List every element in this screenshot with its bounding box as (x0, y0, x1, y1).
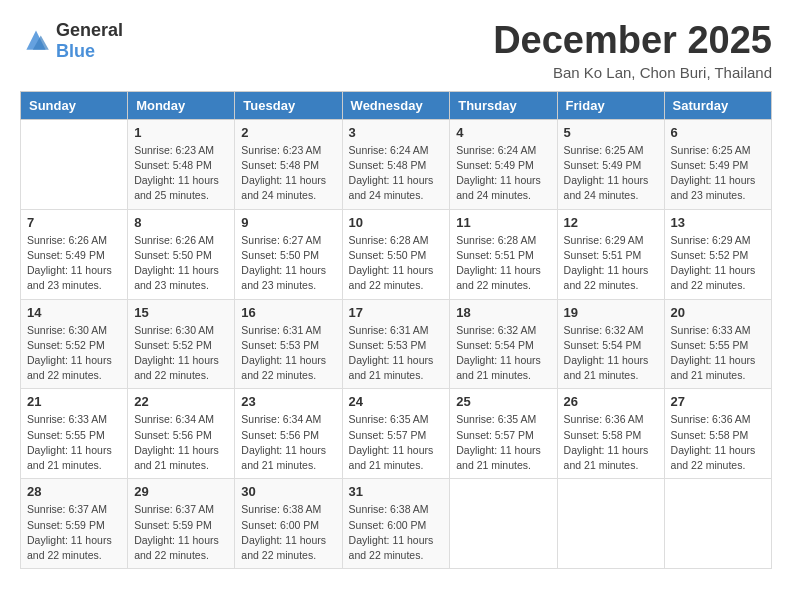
day-number: 21 (27, 394, 121, 409)
cell-content: Sunrise: 6:31 AMSunset: 5:53 PMDaylight:… (349, 323, 444, 384)
calendar-cell: 18Sunrise: 6:32 AMSunset: 5:54 PMDayligh… (450, 299, 557, 389)
day-number: 26 (564, 394, 658, 409)
cell-content: Sunrise: 6:35 AMSunset: 5:57 PMDaylight:… (349, 412, 444, 473)
logo-blue: Blue (56, 41, 95, 61)
day-number: 22 (134, 394, 228, 409)
calendar-week-row: 7Sunrise: 6:26 AMSunset: 5:49 PMDaylight… (21, 209, 772, 299)
day-number: 13 (671, 215, 765, 230)
cell-content: Sunrise: 6:23 AMSunset: 5:48 PMDaylight:… (241, 143, 335, 204)
logo: General Blue (20, 20, 123, 62)
cell-content: Sunrise: 6:36 AMSunset: 5:58 PMDaylight:… (671, 412, 765, 473)
cell-content: Sunrise: 6:34 AMSunset: 5:56 PMDaylight:… (134, 412, 228, 473)
calendar-cell: 3Sunrise: 6:24 AMSunset: 5:48 PMDaylight… (342, 119, 450, 209)
day-number: 16 (241, 305, 335, 320)
day-number: 7 (27, 215, 121, 230)
calendar-cell: 17Sunrise: 6:31 AMSunset: 5:53 PMDayligh… (342, 299, 450, 389)
calendar-cell: 13Sunrise: 6:29 AMSunset: 5:52 PMDayligh… (664, 209, 771, 299)
calendar-cell: 7Sunrise: 6:26 AMSunset: 5:49 PMDaylight… (21, 209, 128, 299)
calendar-cell: 14Sunrise: 6:30 AMSunset: 5:52 PMDayligh… (21, 299, 128, 389)
day-number: 10 (349, 215, 444, 230)
day-number: 31 (349, 484, 444, 499)
cell-content: Sunrise: 6:23 AMSunset: 5:48 PMDaylight:… (134, 143, 228, 204)
weekday-header: Friday (557, 91, 664, 119)
day-number: 1 (134, 125, 228, 140)
calendar-cell: 24Sunrise: 6:35 AMSunset: 5:57 PMDayligh… (342, 389, 450, 479)
calendar-header-row: SundayMondayTuesdayWednesdayThursdayFrid… (21, 91, 772, 119)
cell-content: Sunrise: 6:34 AMSunset: 5:56 PMDaylight:… (241, 412, 335, 473)
calendar-cell (664, 479, 771, 569)
calendar-cell (450, 479, 557, 569)
calendar-cell: 6Sunrise: 6:25 AMSunset: 5:49 PMDaylight… (664, 119, 771, 209)
day-number: 24 (349, 394, 444, 409)
day-number: 18 (456, 305, 550, 320)
calendar-cell: 12Sunrise: 6:29 AMSunset: 5:51 PMDayligh… (557, 209, 664, 299)
cell-content: Sunrise: 6:25 AMSunset: 5:49 PMDaylight:… (671, 143, 765, 204)
day-number: 2 (241, 125, 335, 140)
day-number: 19 (564, 305, 658, 320)
calendar-cell: 10Sunrise: 6:28 AMSunset: 5:50 PMDayligh… (342, 209, 450, 299)
day-number: 29 (134, 484, 228, 499)
cell-content: Sunrise: 6:25 AMSunset: 5:49 PMDaylight:… (564, 143, 658, 204)
subtitle: Ban Ko Lan, Chon Buri, Thailand (493, 64, 772, 81)
cell-content: Sunrise: 6:38 AMSunset: 6:00 PMDaylight:… (241, 502, 335, 563)
cell-content: Sunrise: 6:24 AMSunset: 5:48 PMDaylight:… (349, 143, 444, 204)
day-number: 25 (456, 394, 550, 409)
cell-content: Sunrise: 6:37 AMSunset: 5:59 PMDaylight:… (27, 502, 121, 563)
calendar-cell: 1Sunrise: 6:23 AMSunset: 5:48 PMDaylight… (128, 119, 235, 209)
cell-content: Sunrise: 6:38 AMSunset: 6:00 PMDaylight:… (349, 502, 444, 563)
cell-content: Sunrise: 6:32 AMSunset: 5:54 PMDaylight:… (456, 323, 550, 384)
day-number: 8 (134, 215, 228, 230)
day-number: 3 (349, 125, 444, 140)
day-number: 15 (134, 305, 228, 320)
cell-content: Sunrise: 6:28 AMSunset: 5:51 PMDaylight:… (456, 233, 550, 294)
calendar-cell: 2Sunrise: 6:23 AMSunset: 5:48 PMDaylight… (235, 119, 342, 209)
calendar-cell: 23Sunrise: 6:34 AMSunset: 5:56 PMDayligh… (235, 389, 342, 479)
calendar-cell: 9Sunrise: 6:27 AMSunset: 5:50 PMDaylight… (235, 209, 342, 299)
calendar-week-row: 21Sunrise: 6:33 AMSunset: 5:55 PMDayligh… (21, 389, 772, 479)
calendar-week-row: 1Sunrise: 6:23 AMSunset: 5:48 PMDaylight… (21, 119, 772, 209)
title-block: December 2025 Ban Ko Lan, Chon Buri, Tha… (493, 20, 772, 81)
month-title: December 2025 (493, 20, 772, 62)
cell-content: Sunrise: 6:26 AMSunset: 5:49 PMDaylight:… (27, 233, 121, 294)
calendar-cell: 4Sunrise: 6:24 AMSunset: 5:49 PMDaylight… (450, 119, 557, 209)
calendar-cell: 31Sunrise: 6:38 AMSunset: 6:00 PMDayligh… (342, 479, 450, 569)
weekday-header: Saturday (664, 91, 771, 119)
cell-content: Sunrise: 6:29 AMSunset: 5:52 PMDaylight:… (671, 233, 765, 294)
day-number: 20 (671, 305, 765, 320)
cell-content: Sunrise: 6:33 AMSunset: 5:55 PMDaylight:… (671, 323, 765, 384)
calendar-cell: 27Sunrise: 6:36 AMSunset: 5:58 PMDayligh… (664, 389, 771, 479)
calendar-cell: 29Sunrise: 6:37 AMSunset: 5:59 PMDayligh… (128, 479, 235, 569)
day-number: 5 (564, 125, 658, 140)
cell-content: Sunrise: 6:36 AMSunset: 5:58 PMDaylight:… (564, 412, 658, 473)
calendar-cell: 25Sunrise: 6:35 AMSunset: 5:57 PMDayligh… (450, 389, 557, 479)
calendar-cell: 28Sunrise: 6:37 AMSunset: 5:59 PMDayligh… (21, 479, 128, 569)
cell-content: Sunrise: 6:24 AMSunset: 5:49 PMDaylight:… (456, 143, 550, 204)
day-number: 6 (671, 125, 765, 140)
weekday-header: Wednesday (342, 91, 450, 119)
cell-content: Sunrise: 6:37 AMSunset: 5:59 PMDaylight:… (134, 502, 228, 563)
weekday-header: Tuesday (235, 91, 342, 119)
calendar-week-row: 14Sunrise: 6:30 AMSunset: 5:52 PMDayligh… (21, 299, 772, 389)
day-number: 12 (564, 215, 658, 230)
calendar-cell: 22Sunrise: 6:34 AMSunset: 5:56 PMDayligh… (128, 389, 235, 479)
calendar-cell: 5Sunrise: 6:25 AMSunset: 5:49 PMDaylight… (557, 119, 664, 209)
calendar-cell: 15Sunrise: 6:30 AMSunset: 5:52 PMDayligh… (128, 299, 235, 389)
calendar-cell: 30Sunrise: 6:38 AMSunset: 6:00 PMDayligh… (235, 479, 342, 569)
day-number: 28 (27, 484, 121, 499)
page-header: General Blue December 2025 Ban Ko Lan, C… (20, 20, 772, 81)
cell-content: Sunrise: 6:30 AMSunset: 5:52 PMDaylight:… (27, 323, 121, 384)
calendar-table: SundayMondayTuesdayWednesdayThursdayFrid… (20, 91, 772, 569)
calendar-cell (21, 119, 128, 209)
cell-content: Sunrise: 6:30 AMSunset: 5:52 PMDaylight:… (134, 323, 228, 384)
calendar-cell: 8Sunrise: 6:26 AMSunset: 5:50 PMDaylight… (128, 209, 235, 299)
day-number: 4 (456, 125, 550, 140)
calendar-cell (557, 479, 664, 569)
calendar-cell: 26Sunrise: 6:36 AMSunset: 5:58 PMDayligh… (557, 389, 664, 479)
day-number: 27 (671, 394, 765, 409)
calendar-cell: 11Sunrise: 6:28 AMSunset: 5:51 PMDayligh… (450, 209, 557, 299)
cell-content: Sunrise: 6:29 AMSunset: 5:51 PMDaylight:… (564, 233, 658, 294)
cell-content: Sunrise: 6:28 AMSunset: 5:50 PMDaylight:… (349, 233, 444, 294)
calendar-cell: 19Sunrise: 6:32 AMSunset: 5:54 PMDayligh… (557, 299, 664, 389)
calendar-cell: 20Sunrise: 6:33 AMSunset: 5:55 PMDayligh… (664, 299, 771, 389)
logo-icon (20, 27, 52, 55)
